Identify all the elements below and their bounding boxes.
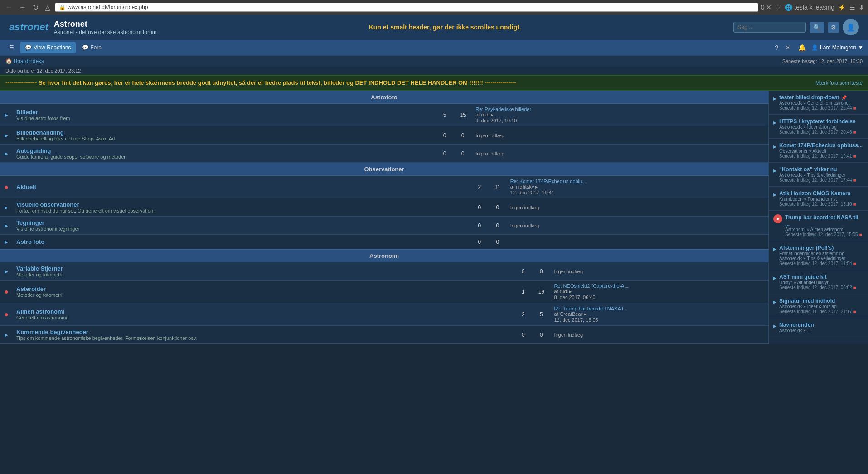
- mail-button[interactable]: ✉: [784, 42, 793, 53]
- sidebar-item[interactable]: ▸ Komet 174P/Echeclus opbluss... Observa…: [769, 139, 868, 163]
- no-posts: Ingen indlæg: [475, 133, 504, 138]
- tab-icon: 🌐 tesla x leasing: [785, 4, 834, 11]
- breadcrumb-right: Seneste besøg: 12. dec 2017, 16:30: [782, 58, 863, 64]
- latest-link[interactable]: Re: Komet 174P/Echeclus opblu...: [510, 179, 587, 184]
- sidebar-item[interactable]: ▸ Afstemninger (Poll's) Emnet indeholder…: [769, 241, 868, 270]
- refresh-button[interactable]: ↻: [31, 2, 40, 13]
- forum-latest: [507, 235, 768, 249]
- sidebar-item[interactable]: ▸ Atik Horizon CMOS Kamera Kramboden » F…: [769, 187, 868, 211]
- sidebar-item[interactable]: ▸ Signatur med indhold Astronet.dk » Ide…: [769, 294, 868, 318]
- hamburger-button[interactable]: ☰: [5, 42, 19, 53]
- site-header-right: 🔍 ⚙ 👤: [733, 19, 859, 35]
- settings-button[interactable]: ⚙: [828, 22, 839, 33]
- forum-info-cell: Almen astronomi Generelt om astronomi: [13, 303, 514, 326]
- forum-posts: 0: [470, 217, 489, 235]
- forum-info-cell: Tegninger Vis dine astronomi tegninger: [13, 217, 470, 235]
- help-button[interactable]: ?: [773, 42, 780, 53]
- forum-latest: Ingen indlæg: [507, 217, 768, 235]
- forum-desc: Guide kamera, guide scope, software og m…: [16, 154, 432, 160]
- forum-info-cell: Billeder Vis dine astro fotos frem: [13, 104, 436, 126]
- search-button[interactable]: 🔍: [810, 22, 824, 33]
- forum-desc: Vis dine astro fotos frem: [16, 116, 432, 121]
- chevron-right-icon: ▸: [773, 167, 776, 174]
- table-row: ▸ Tegninger Vis dine astronomi tegninger…: [0, 217, 768, 235]
- chevron-right-icon: ▸: [773, 322, 776, 329]
- table-row: ● Almen astronomi Generelt om astronomi …: [0, 303, 768, 326]
- red-circle-icon: ●: [4, 183, 9, 191]
- sidebar-subtitle: Emnet indeholder en afstemning. Astronet…: [779, 251, 863, 261]
- latest-date: 12. dec 2017, 19:41: [510, 190, 554, 195]
- lock-icon: 🔒: [59, 4, 66, 10]
- forum-arrow-cell: ▸: [0, 326, 13, 344]
- forum-arrow-cell: ▸: [0, 126, 13, 145]
- forum-name[interactable]: Astro foto: [16, 238, 467, 245]
- sidebar-item[interactable]: ▸ tester billed drop-down 📌 Astronet.dk …: [769, 91, 868, 115]
- sidebar-item[interactable]: ▸ Navnerunden Astronet.dk » ...: [769, 318, 868, 337]
- forum-name[interactable]: Aktuelt: [16, 184, 467, 190]
- forum-name[interactable]: Variable Stjerner: [16, 265, 510, 272]
- latest-date: 9. dec 2017, 10:10: [475, 118, 517, 123]
- forum-desc: Metoder og fotometri: [16, 292, 510, 298]
- forum-arrow-cell: ▸: [0, 262, 13, 281]
- heart-icon: ♡: [775, 4, 781, 11]
- forum-name[interactable]: Visuelle observationer: [16, 201, 467, 208]
- forum-desc: Vis dine astronomi tegninger: [16, 226, 467, 232]
- sidebar-item[interactable]: ▸ HTTPS / krypteret forbindelse Astronet…: [769, 115, 868, 139]
- forum-topics: 0: [532, 326, 550, 344]
- site-title-block: Astronet Astronet - det nye danske astro…: [54, 19, 157, 35]
- forum-name[interactable]: Almen astronomi: [16, 308, 510, 315]
- announcement-bar: ---------------- Se hvor fint det kan gø…: [0, 75, 868, 91]
- latest-link[interactable]: Re: Psykadeliske billeder: [475, 106, 531, 112]
- sidebar-item[interactable]: ▸ "Kontakt os" virker nu Astronet.dk » T…: [769, 163, 868, 187]
- forum-name[interactable]: Tegninger: [16, 219, 467, 226]
- forum-latest: Ingen indlæg: [550, 326, 768, 344]
- home-button[interactable]: △: [43, 2, 52, 13]
- browser-chrome: ← → ↻ △ 🔒 www.astronet.dk/forum/index.ph…: [0, 0, 868, 15]
- forum-name[interactable]: Asteroider: [16, 285, 510, 292]
- bell-button[interactable]: 🔔: [796, 42, 808, 53]
- forum-name[interactable]: Autoguiding: [16, 147, 432, 154]
- no-posts: Ingen indlæg: [475, 151, 504, 156]
- forum-name[interactable]: Billedbehandling: [16, 129, 432, 136]
- forum-name[interactable]: Billeder: [16, 109, 432, 116]
- user-menu-button[interactable]: 👤 Lars Malmgren ▼: [811, 44, 863, 51]
- search-input[interactable]: [733, 22, 806, 33]
- forum-posts: 1: [514, 281, 532, 303]
- arrow-icon: ▸: [5, 203, 8, 211]
- comment-icon: 💬: [25, 44, 32, 51]
- sidebar-item[interactable]: ● Trump har beordret NASA til ... Astron…: [769, 211, 868, 241]
- fora-button[interactable]: 💬 Fora: [78, 42, 107, 53]
- breadcrumb-link[interactable]: Boardindeks: [14, 58, 44, 64]
- mark-read-link[interactable]: Mærk fora som læste: [815, 80, 863, 86]
- main-content: Astrofoto ▸ Billeder Vis dine astro foto…: [0, 91, 768, 344]
- forum-topics: 0: [489, 217, 507, 235]
- forward-button[interactable]: →: [17, 2, 28, 12]
- sidebar-subtitle: Astronet.dk » Tips & vejledninger: [779, 173, 856, 178]
- sidebar-item[interactable]: ▸ AST mini guide kit Udstyr » Alt andet …: [769, 270, 868, 294]
- sidebar-date: Seneste indlæg 11. dec 2017, 21:17 ■: [779, 309, 856, 314]
- url-bar[interactable]: 🔒 www.astronet.dk/forum/index.php: [55, 3, 758, 12]
- sidebar-subtitle: Astronet.dk » Ideer & forslag: [779, 304, 856, 309]
- forum-posts: 0: [436, 145, 454, 163]
- forum-desc: Metoder og fotometri: [16, 272, 510, 277]
- arrow-icon: ▸: [5, 222, 8, 229]
- section-astrofoto: Astrofoto: [0, 91, 768, 104]
- fora-icon: 💬: [82, 44, 89, 51]
- forum-posts: 2: [470, 176, 489, 198]
- forum-arrow-cell: ▸: [0, 235, 13, 249]
- forum-posts: 5: [436, 104, 454, 126]
- view-reactions-button[interactable]: 💬 View Reactions: [20, 42, 76, 53]
- forum-table-astronomi: ▸ Variable Stjerner Metoder og fotometri…: [0, 262, 768, 344]
- back-button[interactable]: ←: [4, 2, 15, 12]
- chevron-right-icon: ▸: [773, 143, 776, 150]
- latest-link[interactable]: Re: Trump har beordret NASA t...: [554, 306, 627, 311]
- chevron-right-icon: ▸: [773, 274, 776, 281]
- sidebar-title: AST mini guide kit: [779, 274, 856, 280]
- forum-name[interactable]: Kommende begivenheder: [16, 329, 510, 335]
- latest-link[interactable]: Re: NEOshield2 "Capture-the-A...: [554, 283, 628, 289]
- forum-info-cell: Aktuelt: [13, 176, 470, 198]
- table-row: ▸ Visuelle observationer Fortæl om hvad …: [0, 198, 768, 217]
- arrow-icon: ▸: [5, 131, 8, 139]
- no-posts: Ingen indlæg: [554, 332, 583, 338]
- forum-info-cell: Autoguiding Guide kamera, guide scope, s…: [13, 145, 436, 163]
